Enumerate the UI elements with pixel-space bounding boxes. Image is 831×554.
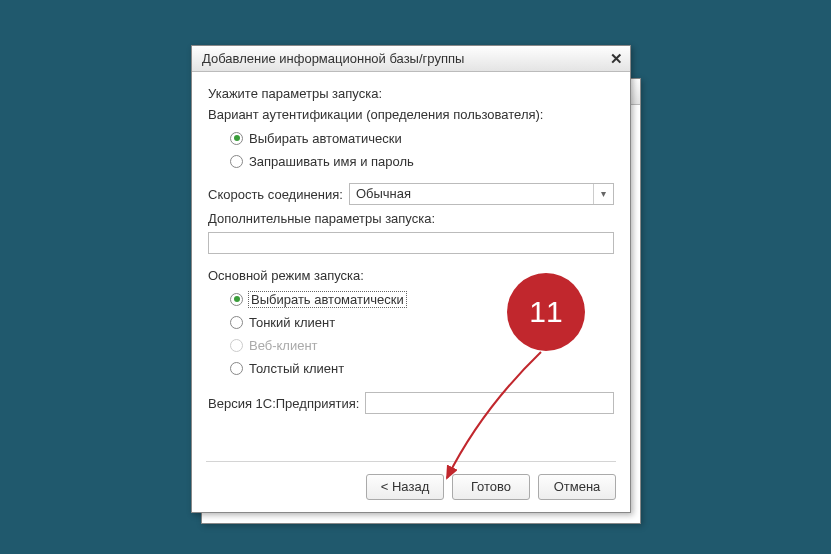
auth-radio-group: Выбирать автоматически Запрашивать имя и… — [208, 128, 614, 171]
button-row: < Назад Готово Отмена — [206, 474, 616, 500]
radio-icon — [230, 293, 243, 306]
radio-label: Веб-клиент — [249, 338, 318, 353]
radio-icon — [230, 132, 243, 145]
radio-label: Выбирать автоматически — [249, 131, 402, 146]
radio-icon — [230, 155, 243, 168]
extra-params-label: Дополнительные параметры запуска: — [208, 211, 614, 226]
version-row: Версия 1С:Предприятия: — [208, 392, 614, 414]
dialog-title: Добавление информационной базы/группы — [202, 51, 464, 66]
titlebar: Добавление информационной базы/группы ✕ — [192, 46, 630, 72]
annotation-number: 11 — [529, 295, 562, 329]
radio-label: Толстый клиент — [249, 361, 344, 376]
speed-row: Скорость соединения: Обычная ▾ — [208, 183, 614, 205]
cancel-button[interactable]: Отмена — [538, 474, 616, 500]
speed-label: Скорость соединения: — [208, 187, 343, 202]
dialog-content: Укажите параметры запуска: Вариант аутен… — [192, 72, 630, 420]
divider — [206, 461, 616, 462]
version-label: Версия 1С:Предприятия: — [208, 396, 359, 411]
radio-icon — [230, 362, 243, 375]
speed-value: Обычная — [350, 184, 593, 204]
radio-label: Тонкий клиент — [249, 315, 335, 330]
auth-radio-prompt[interactable]: Запрашивать имя и пароль — [230, 151, 614, 171]
chevron-down-icon: ▾ — [593, 184, 613, 204]
version-input[interactable] — [365, 392, 614, 414]
extra-params-input[interactable] — [208, 232, 614, 254]
intro-label: Укажите параметры запуска: — [208, 86, 614, 101]
radio-icon — [230, 316, 243, 329]
annotation-badge: 11 — [507, 273, 585, 351]
speed-select[interactable]: Обычная ▾ — [349, 183, 614, 205]
mode-radio-thick[interactable]: Толстый клиент — [230, 358, 614, 378]
close-icon[interactable]: ✕ — [606, 49, 626, 69]
radio-label: Запрашивать имя и пароль — [249, 154, 414, 169]
auth-section-label: Вариант аутентификации (определения поль… — [208, 107, 614, 122]
radio-icon — [230, 339, 243, 352]
back-button[interactable]: < Назад — [366, 474, 444, 500]
finish-button[interactable]: Готово — [452, 474, 530, 500]
radio-label: Выбирать автоматически — [248, 291, 407, 308]
auth-radio-auto[interactable]: Выбирать автоматически — [230, 128, 614, 148]
dialog-footer: < Назад Готово Отмена — [192, 461, 630, 500]
